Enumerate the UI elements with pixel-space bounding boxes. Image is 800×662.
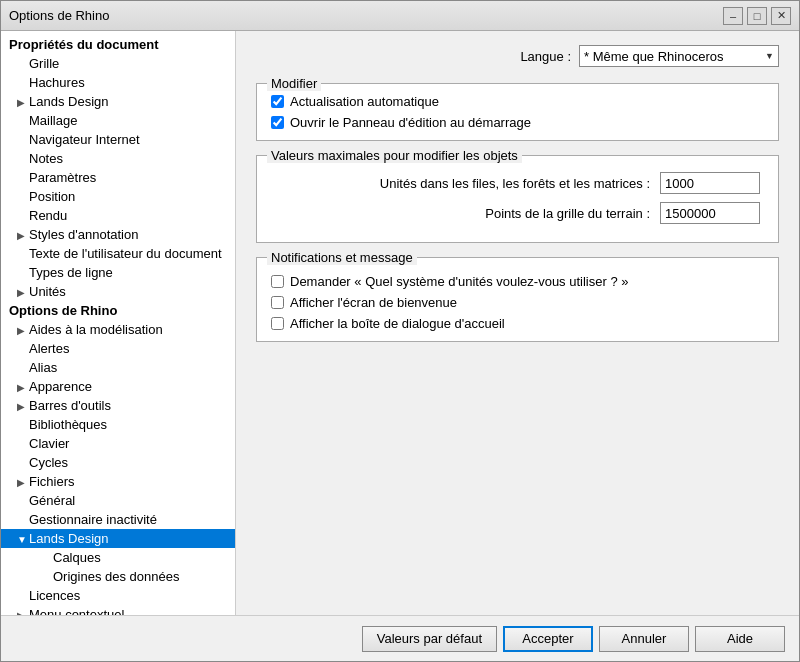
field-unites-row: Unités dans les files, les forêts et les… [271,172,764,194]
check-actualisation-row: Actualisation automatique [271,94,764,109]
notif1-label: Demander « Quel système d'unités voulez-… [290,274,628,289]
help-button[interactable]: Aide [695,626,785,652]
lang-label: Langue : [520,49,571,64]
cancel-button[interactable]: Annuler [599,626,689,652]
close-button[interactable]: ✕ [771,7,791,25]
sidebar-item-clavier[interactable]: Clavier [1,434,235,453]
sidebar-item-calques[interactable]: Calques [1,548,235,567]
sidebar-item-bibliotheques[interactable]: Bibliothèques [1,415,235,434]
sidebar-item-barres[interactable]: ▶Barres d'outils [1,396,235,415]
sidebar-item-navigateur[interactable]: Navigateur Internet [1,130,235,149]
sidebar-item-position[interactable]: Position [1,187,235,206]
sidebar-item-aides[interactable]: ▶Aides à la modélisation [1,320,235,339]
sidebar-item-maillage[interactable]: Maillage [1,111,235,130]
sidebar-section-doc: Propriétés du document [1,35,235,54]
sidebar-item-alias[interactable]: Alias [1,358,235,377]
field-unites-input[interactable] [660,172,760,194]
sidebar-item-notes[interactable]: Notes [1,149,235,168]
defaults-button[interactable]: Valeurs par défaut [362,626,497,652]
sidebar-item-unites[interactable]: ▶Unités [1,282,235,301]
sidebar-item-origines[interactable]: Origines des données [1,567,235,586]
sidebar-item-gestionnaire[interactable]: Gestionnaire inactivité [1,510,235,529]
sidebar-item-styles[interactable]: ▶Styles d'annotation [1,225,235,244]
modifier-group-label: Modifier [267,76,321,91]
max-vals-label: Valeurs maximales pour modifier les obje… [267,148,522,163]
sidebar-item-lands-design-doc[interactable]: ▶Lands Design [1,92,235,111]
field-points-input[interactable] [660,202,760,224]
sidebar-item-texte[interactable]: Texte de l'utilisateur du document [1,244,235,263]
field-unites-label: Unités dans les files, les forêts et les… [275,176,660,191]
notif2-label: Afficher l'écran de bienvenue [290,295,457,310]
maximize-button[interactable]: □ [747,7,767,25]
sidebar-item-lands-design-selected[interactable]: ▼Lands Design [1,529,235,548]
notif3-label: Afficher la boîte de dialogue d'accueil [290,316,505,331]
title-bar: Options de Rhino – □ ✕ [1,1,799,31]
sidebar-item-rendu[interactable]: Rendu [1,206,235,225]
right-panel: Langue : * Même que Rhinoceros Modifier … [236,31,799,615]
check-ouvrir-label: Ouvrir le Panneau d'édition au démarrage [290,115,531,130]
check-actualisation-label: Actualisation automatique [290,94,439,109]
sidebar-item-general[interactable]: Général [1,491,235,510]
notif3-check[interactable] [271,317,284,330]
notif2-row: Afficher l'écran de bienvenue [271,295,764,310]
sidebar-item-parametres[interactable]: Paramètres [1,168,235,187]
sidebar-item-hachures[interactable]: Hachures [1,73,235,92]
check-ouvrir[interactable] [271,116,284,129]
bottom-bar: Valeurs par défaut Accepter Annuler Aide [1,615,799,661]
no-arrow [17,59,29,70]
sidebar-item-licences[interactable]: Licences [1,586,235,605]
notif1-row: Demander « Quel système d'unités voulez-… [271,274,764,289]
sidebar-item-menu-contextuel[interactable]: ▶Menu contextuel [1,605,235,615]
sidebar-item-apparence[interactable]: ▶Apparence [1,377,235,396]
window-controls: – □ ✕ [723,7,791,25]
sidebar-section-rhino: Options de Rhino [1,301,235,320]
field-points-label: Points de la grille du terrain : [275,206,660,221]
sidebar-item-cycles[interactable]: Cycles [1,453,235,472]
notif2-check[interactable] [271,296,284,309]
notifs-group: Notifications et message Demander « Quel… [256,257,779,342]
sidebar: Propriétés du document Grille Hachures ▶… [1,31,236,615]
max-vals-group: Valeurs maximales pour modifier les obje… [256,155,779,243]
check-actualisation[interactable] [271,95,284,108]
sidebar-item-grille[interactable]: Grille [1,54,235,73]
accept-button[interactable]: Accepter [503,626,593,652]
sidebar-item-fichiers[interactable]: ▶Fichiers [1,472,235,491]
notifs-label: Notifications et message [267,250,417,265]
notif1-check[interactable] [271,275,284,288]
main-content: Propriétés du document Grille Hachures ▶… [1,31,799,615]
sidebar-item-alertes[interactable]: Alertes [1,339,235,358]
modifier-group: Modifier Actualisation automatique Ouvri… [256,83,779,141]
sidebar-item-types-ligne[interactable]: Types de ligne [1,263,235,282]
window-title: Options de Rhino [9,8,109,23]
lang-select-wrapper: * Même que Rhinoceros [579,45,779,67]
notif3-row: Afficher la boîte de dialogue d'accueil [271,316,764,331]
language-row: Langue : * Même que Rhinoceros [256,45,779,67]
minimize-button[interactable]: – [723,7,743,25]
check-ouvrir-row: Ouvrir le Panneau d'édition au démarrage [271,115,764,130]
field-points-row: Points de la grille du terrain : [271,202,764,224]
options-window: Options de Rhino – □ ✕ Propriétés du doc… [0,0,800,662]
lang-select[interactable]: * Même que Rhinoceros [579,45,779,67]
